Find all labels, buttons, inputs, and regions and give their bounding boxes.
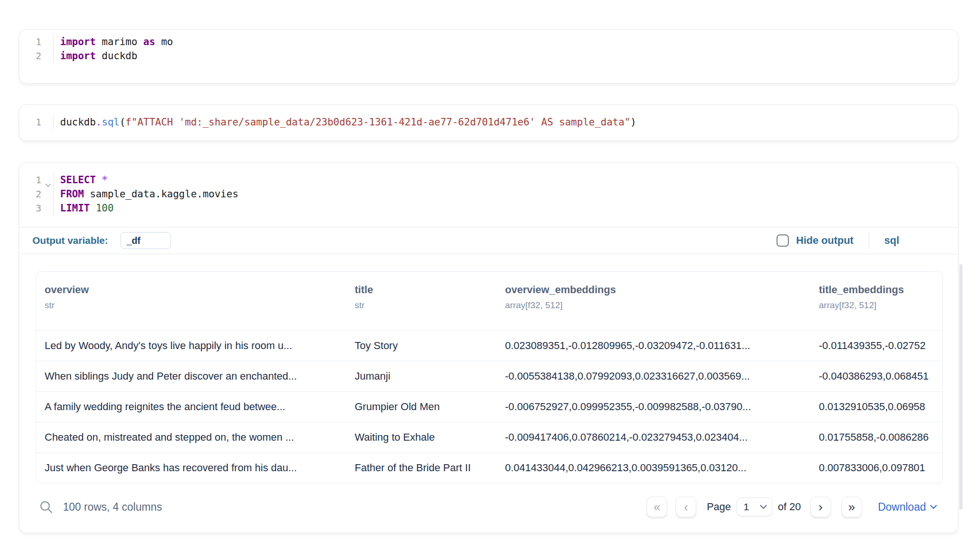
code-editor[interactable]: 1SELECT *2FROM sample_data.kaggle.movies… bbox=[19, 163, 958, 227]
code-line-content[interactable]: LIMIT 100 bbox=[60, 201, 114, 215]
table-cell: Cheated on, mistreated and stepped on, t… bbox=[45, 431, 355, 443]
table-cell: Led by Woody, Andy's toys live happily i… bbox=[45, 340, 355, 352]
code-line-content[interactable]: duckdb.sql(f"ATTACH 'md:_share/sample_da… bbox=[60, 115, 636, 129]
code-line[interactable]: 2import duckdb bbox=[19, 49, 958, 63]
table-cell: 0.023089351,-0.012809965,-0.03209472,-0.… bbox=[505, 340, 819, 352]
column-header-overview[interactable]: overviewstr bbox=[45, 284, 355, 330]
sql-cell: 1SELECT *2FROM sample_data.kaggle.movies… bbox=[19, 162, 958, 533]
code-editor[interactable]: 1import marimo as mo2import duckdb bbox=[19, 30, 958, 63]
output-variable-input[interactable] bbox=[120, 232, 171, 249]
chevrons-right-icon: » bbox=[848, 501, 855, 513]
search-icon bbox=[39, 500, 53, 514]
row-count-summary: 100 rows, 4 columns bbox=[63, 501, 162, 513]
table-row[interactable]: Cheated on, mistreated and stepped on, t… bbox=[36, 422, 942, 452]
table-body: Led by Woody, Andy's toys live happily i… bbox=[36, 330, 942, 483]
table-cell: A family wedding reignites the ancient f… bbox=[45, 401, 355, 413]
code-line[interactable]: 1import marimo as mo bbox=[19, 35, 958, 49]
result-table: overviewstrtitlestroverview_embeddingsar… bbox=[36, 271, 943, 483]
table-footer: 100 rows, 4 columns « ‹ Page 1 bbox=[36, 493, 937, 521]
table-cell: Jumanji bbox=[355, 370, 505, 382]
line-number: 2 bbox=[19, 187, 54, 201]
search-button[interactable] bbox=[36, 497, 56, 517]
code-line[interactable]: 2FROM sample_data.kaggle.movies bbox=[19, 187, 958, 201]
table-cell: Toy Story bbox=[355, 340, 505, 352]
line-number: 1 bbox=[19, 173, 54, 187]
column-name: overview_embeddings bbox=[505, 284, 819, 296]
sql-output-area: overviewstrtitlestroverview_embeddingsar… bbox=[19, 254, 958, 532]
output-variable-label: Output variable: bbox=[32, 235, 108, 246]
table-cell: 0.0132910535,0.06958 bbox=[819, 401, 942, 413]
toolbar-divider bbox=[869, 232, 870, 249]
marimo-notebook: 1import marimo as mo2import duckdb 1duck… bbox=[0, 0, 980, 560]
chevron-left-icon: ‹ bbox=[684, 501, 688, 513]
code-line-content[interactable]: import marimo as mo bbox=[60, 35, 173, 49]
table-cell: Father of the Bride Part II bbox=[355, 462, 505, 474]
column-dtype: str bbox=[355, 300, 505, 311]
code-line[interactable]: 1SELECT * bbox=[19, 173, 958, 187]
column-dtype: array[f32, 512] bbox=[819, 300, 942, 311]
table-cell: Just when George Banks has recovered fro… bbox=[45, 462, 355, 474]
column-name: title bbox=[355, 284, 505, 296]
code-cell-attach: 1duckdb.sql(f"ATTACH 'md:_share/sample_d… bbox=[19, 104, 958, 141]
table-row[interactable]: When siblings Judy and Peter discover an… bbox=[36, 361, 942, 391]
pagination: « ‹ Page 1 of 20 › bbox=[646, 497, 862, 517]
table-cell: Waiting to Exhale bbox=[355, 431, 505, 443]
table-cell: 0.01755858,-0.0086286 bbox=[819, 431, 942, 443]
column-header-overview_embeddings[interactable]: overview_embeddingsarray[f32, 512] bbox=[505, 284, 819, 330]
page-select[interactable]: 1 bbox=[737, 498, 772, 516]
column-header-title[interactable]: titlestr bbox=[355, 284, 505, 330]
column-name: title_embeddings bbox=[819, 284, 942, 296]
table-cell: -0.0055384138,0.07992093,0.023316627,0.0… bbox=[505, 370, 819, 382]
table-row[interactable]: Led by Woody, Andy's toys live happily i… bbox=[36, 330, 942, 361]
page-label: Page bbox=[707, 501, 731, 513]
hide-output-checkbox[interactable] bbox=[777, 234, 789, 247]
line-number: 3 bbox=[19, 201, 54, 215]
download-label: Download bbox=[878, 501, 926, 513]
chevron-down-icon bbox=[760, 505, 767, 509]
code-line-content[interactable]: FROM sample_data.kaggle.movies bbox=[60, 187, 238, 201]
code-line[interactable]: 1duckdb.sql(f"ATTACH 'md:_share/sample_d… bbox=[19, 115, 958, 129]
table-header-row: overviewstrtitlestroverview_embeddingsar… bbox=[36, 272, 942, 330]
sql-cell-toolbar: Output variable: Hide output sql bbox=[19, 227, 958, 254]
line-number: 2 bbox=[19, 49, 54, 63]
chevrons-left-icon: « bbox=[653, 501, 660, 513]
hide-output-label[interactable]: Hide output bbox=[796, 234, 854, 247]
page-select-value: 1 bbox=[744, 501, 760, 513]
table-cell: 0.007833006,0.097801 bbox=[819, 462, 942, 474]
line-number: 1 bbox=[19, 115, 54, 129]
download-menu[interactable]: Download bbox=[878, 501, 937, 513]
chevron-right-icon: › bbox=[818, 501, 823, 513]
code-editor[interactable]: 1duckdb.sql(f"ATTACH 'md:_share/sample_d… bbox=[19, 105, 958, 129]
page-total-label: of 20 bbox=[778, 501, 801, 513]
column-dtype: array[f32, 512] bbox=[505, 300, 819, 311]
first-page-button[interactable]: « bbox=[646, 497, 667, 517]
table-cell: -0.040386293,0.068451 bbox=[819, 370, 942, 382]
column-header-title_embeddings[interactable]: title_embeddingsarray[f32, 512] bbox=[819, 284, 942, 330]
table-row[interactable]: A family wedding reignites the ancient f… bbox=[36, 391, 942, 422]
output-vertical-scrollbar[interactable] bbox=[959, 264, 963, 510]
table-cell: 0.041433044,0.042966213,0.0039591365,0.0… bbox=[505, 462, 819, 474]
previous-page-button[interactable]: ‹ bbox=[676, 497, 696, 517]
code-line-content[interactable]: import duckdb bbox=[60, 49, 137, 63]
code-cell-imports: 1import marimo as mo2import duckdb bbox=[19, 29, 958, 84]
table-cell: -0.009417406,0.07860214,-0.023279453,0.0… bbox=[505, 431, 819, 443]
language-toggle-sql[interactable]: sql bbox=[884, 234, 899, 247]
table-row[interactable]: Just when George Banks has recovered fro… bbox=[36, 452, 942, 483]
chevron-down-icon bbox=[930, 505, 937, 509]
line-number: 1 bbox=[19, 35, 54, 49]
code-line[interactable]: 3LIMIT 100 bbox=[19, 201, 958, 215]
table-cell: When siblings Judy and Peter discover an… bbox=[45, 370, 355, 382]
table-cell: -0.011439355,-0.02752 bbox=[819, 340, 942, 352]
last-page-button[interactable]: » bbox=[841, 497, 862, 517]
code-line-content[interactable]: SELECT * bbox=[60, 173, 108, 187]
column-name: overview bbox=[45, 284, 355, 296]
next-page-button[interactable]: › bbox=[810, 497, 831, 517]
table-cell: -0.006752927,0.099952355,-0.009982588,-0… bbox=[505, 401, 819, 413]
table-cell: Grumpier Old Men bbox=[355, 401, 505, 413]
column-dtype: str bbox=[45, 300, 355, 311]
